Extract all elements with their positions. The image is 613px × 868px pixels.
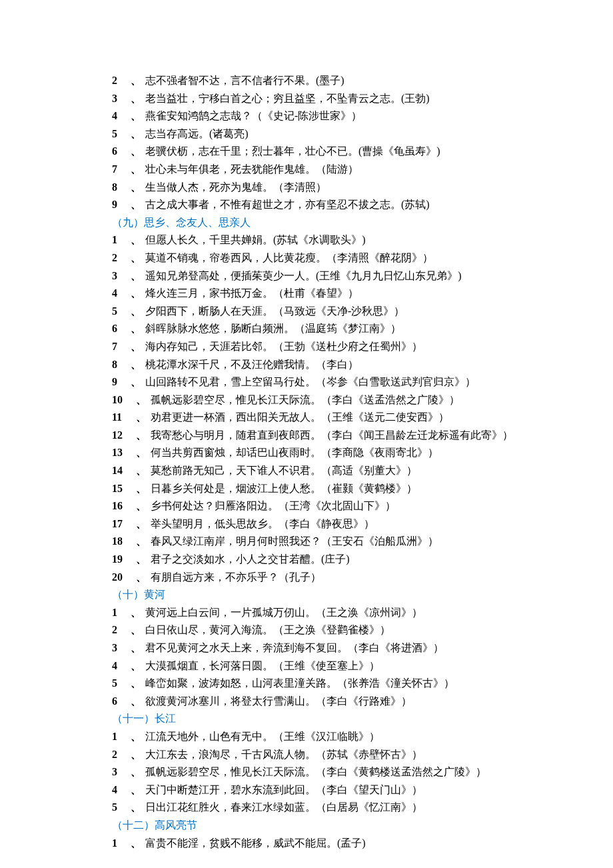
item-text: 志当存高远。(诸葛亮)	[145, 128, 249, 139]
list-item: 1、但愿人长久，千里共婵娟。(苏轼《水调歌头》)	[109, 231, 536, 249]
item-number: 1	[112, 728, 131, 745]
item-number: 6	[112, 320, 131, 337]
item-punct: 、	[131, 145, 141, 157]
item-punct: 、	[131, 784, 141, 795]
item-text: 欲渡黄河冰塞川，将登太行雪满山。（李白《行路难》）	[145, 695, 412, 707]
list-item: 9、古之成大事者，不惟有超世之才，亦有坚忍不拔之志。(苏轼)	[109, 196, 536, 213]
item-text: 君不见黄河之水天上来，奔流到海不复回。（李白《将进酒》）	[145, 642, 444, 653]
list-item: 3、遥知兄弟登高处，便插茱萸少一人。(王维《九月九日忆山东兄弟》)	[109, 267, 536, 285]
item-text: 莫愁前路无知己，天下谁人不识君。（高适《别董大》）	[151, 465, 417, 476]
item-number: 2	[112, 72, 131, 89]
list-item: 6、老骥伏枥，志在千里；烈士暮年，壮心不已。(曹操《龟虽寿》)	[109, 143, 536, 160]
item-text: 白日依山尽，黄河入海流。（王之涣《登鹳雀楼》）	[145, 624, 390, 635]
item-punct: 、	[131, 607, 141, 618]
item-punct: 、	[131, 270, 141, 281]
item-number: 10	[112, 391, 136, 409]
list-item: 8、生当做人杰，死亦为鬼雄。（李清照）	[109, 179, 536, 196]
list-item: 3、老当益壮，宁移白首之心；穷且益坚，不坠青云之志。(王勃)	[109, 90, 536, 107]
item-punct: 、	[136, 483, 147, 494]
item-number: 11	[112, 409, 136, 426]
item-text: 天门中断楚江开，碧水东流到此回。（李白《望天门山》）	[145, 784, 422, 795]
list-item: 5、志当存高远。(诸葛亮)	[109, 125, 536, 143]
item-number: 5	[112, 125, 131, 143]
item-number: 15	[112, 480, 136, 497]
item-text: 海内存知己，天涯若比邻。（王勃《送杜少府之任蜀州》）	[145, 341, 422, 352]
item-punct: 、	[131, 323, 141, 334]
item-punct: 、	[131, 128, 141, 139]
item-text: 遥知兄弟登高处，便插茱萸少一人。(王维《九月九日忆山东兄弟》)	[145, 270, 462, 281]
item-text: 有朋自远方来，不亦乐乎？（孔子）	[151, 571, 321, 583]
item-number: 8	[112, 179, 131, 196]
item-punct: 、	[131, 199, 141, 210]
item-punct: 、	[131, 252, 141, 263]
item-text: 孤帆远影碧空尽，惟见长江天际流。（李白《黄鹤楼送孟浩然之广陵》）	[145, 766, 486, 777]
list-item: 5、日出江花红胜火，春来江水绿如蓝。（白居易《忆江南》）	[109, 799, 536, 816]
item-number: 1	[112, 835, 131, 852]
item-text: 燕雀安知鸿鹄之志哉？（《史记-陈涉世家》）	[145, 110, 362, 121]
item-number: 5	[112, 675, 131, 692]
section-heading: （十二）高风亮节	[109, 817, 536, 834]
item-punct: 、	[131, 110, 141, 121]
item-text: 黄河远上白云间，一片孤城万仞山。（王之涣《凉州词》）	[145, 607, 422, 618]
list-item: 20、有朋自远方来，不亦乐乎？（孔子）	[109, 569, 536, 586]
item-text: 劝君更进一杯酒，西出阳关无故人。（王维《送元二使安西》）	[151, 411, 449, 423]
list-item: 8、桃花潭水深千尺，不及汪伦赠我情。（李白）	[109, 356, 536, 373]
item-text: 孤帆远影碧空尽，惟见长江天际流。（李白《送孟浩然之广陵》）	[151, 394, 460, 405]
list-item: 2、莫道不销魂，帘卷西风，人比黄花瘦。（李清照《醉花阴》）	[109, 249, 536, 267]
list-item: 5、峰峦如聚，波涛如怒，山河表里潼关路。（张养浩《潼关怀古》）	[109, 675, 536, 692]
item-punct: 、	[131, 660, 141, 671]
item-punct: 、	[136, 447, 147, 458]
item-number: 20	[112, 569, 136, 586]
item-number: 6	[112, 693, 131, 710]
item-number: 1	[112, 604, 131, 621]
item-punct: 、	[131, 163, 141, 175]
list-item: 4、天门中断楚江开，碧水东流到此回。（李白《望天门山》）	[109, 781, 536, 799]
item-text: 我寄愁心与明月，随君直到夜郎西。（李白《闻王昌龄左迁龙标遥有此寄》）	[151, 429, 513, 441]
item-text: 日出江花红胜火，春来江水绿如蓝。（白居易《忆江南》）	[145, 801, 422, 813]
item-number: 2	[112, 621, 131, 639]
item-text: 烽火连三月，家书抵万金。（杜甫《春望》）	[145, 287, 358, 299]
item-number: 7	[112, 161, 131, 178]
item-text: 大漠孤烟直，长河落日圆。（王维《使至塞上》）	[145, 660, 380, 671]
item-punct: 、	[131, 642, 141, 653]
list-item: 13、何当共剪西窗烛，却话巴山夜雨时。（李商隐《夜雨寄北》）	[109, 444, 536, 461]
list-item: 6、欲渡黄河冰塞川，将登太行雪满山。（李白《行路难》）	[109, 693, 536, 710]
list-item: 2、白日依山尽，黄河入海流。（王之涣《登鹳雀楼》）	[109, 621, 536, 639]
item-punct: 、	[131, 305, 141, 317]
list-item: 1、江流天地外，山色有无中。（王维《汉江临眺》）	[109, 728, 536, 745]
item-punct: 、	[131, 695, 141, 707]
list-item: 4、燕雀安知鸿鹄之志哉？（《史记-陈涉世家》）	[109, 107, 536, 125]
list-item: 1、富贵不能淫，贫贱不能移，威武不能屈。(孟子)	[109, 835, 536, 852]
item-number: 8	[112, 356, 131, 373]
item-number: 2	[112, 249, 131, 267]
item-punct: 、	[136, 553, 147, 565]
item-punct: 、	[136, 394, 147, 405]
item-punct: 、	[131, 731, 141, 742]
item-text: 何当共剪西窗烛，却话巴山夜雨时。（李商隐《夜雨寄北》）	[151, 447, 438, 458]
item-number: 4	[112, 285, 131, 302]
item-punct: 、	[136, 465, 147, 476]
item-punct: 、	[136, 429, 147, 441]
list-item: 9、山回路转不见君，雪上空留马行处。（岑参《白雪歌送武判官归京》）	[109, 373, 536, 391]
item-number: 3	[112, 90, 131, 107]
item-text: 莫道不销魂，帘卷西风，人比黄花瘦。（李清照《醉花阴》）	[145, 252, 433, 263]
item-number: 3	[112, 639, 131, 657]
list-item: 1、黄河远上白云间，一片孤城万仞山。（王之涣《凉州词》）	[109, 604, 536, 621]
item-number: 16	[112, 497, 136, 515]
item-number: 3	[112, 267, 131, 285]
item-text: 老当益壮，宁移白首之心；穷且益坚，不坠青云之志。(王勃)	[145, 93, 430, 104]
item-text: 古之成大事者，不惟有超世之才，亦有坚忍不拔之志。(苏轼)	[145, 199, 430, 210]
item-text: 桃花潭水深千尺，不及汪伦赠我情。（李白）	[145, 359, 358, 370]
item-punct: 、	[136, 411, 147, 423]
list-item: 4、烽火连三月，家书抵万金。（杜甫《春望》）	[109, 285, 536, 302]
item-text: 但愿人长久，千里共婵娟。(苏轼《水调歌头》)	[145, 234, 366, 245]
item-punct: 、	[131, 677, 141, 689]
item-number: 1	[112, 231, 131, 249]
item-text: 生当做人杰，死亦为鬼雄。（李清照）	[145, 181, 326, 193]
item-punct: 、	[131, 359, 141, 370]
item-punct: 、	[136, 535, 147, 547]
list-item: 12、我寄愁心与明月，随君直到夜郎西。（李白《闻王昌龄左迁龙标遥有此寄》）	[109, 427, 536, 444]
item-text: 壮心未与年俱老，死去犹能作鬼雄。（陆游）	[145, 163, 358, 175]
document-content: 2、志不强者智不达，言不信者行不果。(墨子)3、老当益壮，宁移白首之心；穷且益坚…	[109, 72, 536, 851]
item-punct: 、	[136, 518, 147, 529]
